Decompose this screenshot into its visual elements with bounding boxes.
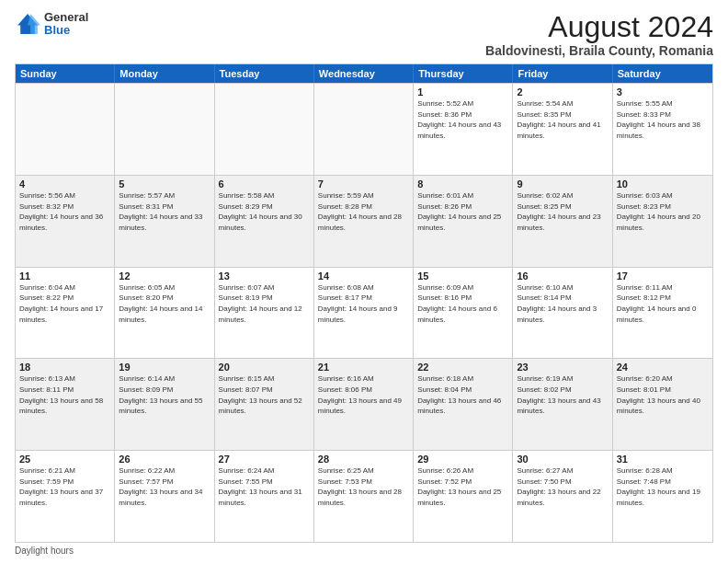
- cell-detail: Sunrise: 5:55 AM Sunset: 8:33 PM Dayligh…: [617, 98, 709, 141]
- cell-detail: Sunrise: 6:07 AM Sunset: 8:19 PM Dayligh…: [219, 282, 310, 325]
- cell-detail: Sunrise: 5:56 AM Sunset: 8:32 PM Dayligh…: [19, 190, 110, 233]
- logo-general-text: General: [44, 11, 88, 24]
- logo-icon: [15, 11, 40, 37]
- day-number: 23: [517, 362, 608, 373]
- cell-detail: Sunrise: 5:54 AM Sunset: 8:35 PM Dayligh…: [517, 98, 608, 141]
- cell-detail: Sunrise: 5:57 AM Sunset: 8:31 PM Dayligh…: [119, 190, 210, 233]
- cal-cell: 10Sunrise: 6:03 AM Sunset: 8:23 PM Dayli…: [613, 176, 712, 267]
- day-number: 31: [617, 454, 709, 465]
- cell-detail: Sunrise: 5:58 AM Sunset: 8:29 PM Dayligh…: [219, 190, 310, 233]
- cal-week: 4Sunrise: 5:56 AM Sunset: 8:32 PM Daylig…: [16, 175, 712, 267]
- day-number: 4: [19, 178, 110, 190]
- day-number: 5: [119, 178, 210, 190]
- day-number: 12: [119, 270, 210, 282]
- cell-detail: Sunrise: 6:08 AM Sunset: 8:17 PM Dayligh…: [318, 282, 409, 325]
- cell-detail: Sunrise: 6:10 AM Sunset: 8:14 PM Dayligh…: [517, 282, 608, 325]
- cal-header-cell: Wednesday: [314, 64, 414, 83]
- cell-detail: Sunrise: 6:05 AM Sunset: 8:20 PM Dayligh…: [119, 282, 210, 325]
- day-number: 14: [318, 270, 409, 282]
- cal-cell: 9Sunrise: 6:02 AM Sunset: 8:25 PM Daylig…: [513, 176, 612, 267]
- cal-cell: 24Sunrise: 6:20 AM Sunset: 8:01 PM Dayli…: [613, 359, 712, 450]
- cal-cell: 1Sunrise: 5:52 AM Sunset: 8:36 PM Daylig…: [414, 84, 513, 175]
- subtitle: Baldovinesti, Braila County, Romania: [485, 43, 713, 58]
- day-number: 7: [318, 178, 409, 190]
- cell-detail: Sunrise: 6:28 AM Sunset: 7:48 PM Dayligh…: [617, 465, 709, 508]
- cal-cell: 7Sunrise: 5:59 AM Sunset: 8:28 PM Daylig…: [314, 176, 414, 267]
- day-number: 26: [119, 454, 210, 465]
- cal-cell: 22Sunrise: 6:18 AM Sunset: 8:04 PM Dayli…: [414, 359, 513, 450]
- cal-header-cell: Monday: [115, 64, 214, 83]
- cell-detail: Sunrise: 6:18 AM Sunset: 8:04 PM Dayligh…: [417, 373, 508, 416]
- cal-cell: 21Sunrise: 6:16 AM Sunset: 8:06 PM Dayli…: [314, 359, 414, 450]
- cell-detail: Sunrise: 6:13 AM Sunset: 8:11 PM Dayligh…: [19, 373, 110, 416]
- day-number: 17: [617, 270, 709, 282]
- day-number: 28: [318, 454, 409, 465]
- cell-detail: Sunrise: 6:15 AM Sunset: 8:07 PM Dayligh…: [219, 373, 310, 416]
- cell-detail: Sunrise: 6:24 AM Sunset: 7:55 PM Dayligh…: [219, 465, 310, 508]
- cal-cell: 16Sunrise: 6:10 AM Sunset: 8:14 PM Dayli…: [513, 268, 612, 359]
- cell-detail: Sunrise: 5:52 AM Sunset: 8:36 PM Dayligh…: [417, 98, 508, 141]
- cal-cell-empty: [115, 84, 214, 175]
- logo-blue-text: Blue: [44, 24, 88, 37]
- cell-detail: Sunrise: 6:21 AM Sunset: 7:59 PM Dayligh…: [19, 465, 110, 508]
- calendar-body: 1Sunrise: 5:52 AM Sunset: 8:36 PM Daylig…: [16, 83, 712, 542]
- footer-note: Daylight hours: [15, 543, 713, 556]
- cal-cell-empty: [314, 84, 414, 175]
- calendar-header: SundayMondayTuesdayWednesdayThursdayFrid…: [16, 64, 712, 83]
- cell-detail: Sunrise: 6:02 AM Sunset: 8:25 PM Dayligh…: [517, 190, 608, 233]
- day-number: 18: [19, 362, 110, 373]
- cal-cell: 31Sunrise: 6:28 AM Sunset: 7:48 PM Dayli…: [613, 451, 712, 542]
- cell-detail: Sunrise: 6:14 AM Sunset: 8:09 PM Dayligh…: [119, 373, 210, 416]
- cal-cell: 19Sunrise: 6:14 AM Sunset: 8:09 PM Dayli…: [115, 359, 214, 450]
- cal-cell-empty: [16, 84, 115, 175]
- day-number: 15: [417, 270, 508, 282]
- title-block: August 2024 Baldovinesti, Braila County,…: [485, 11, 713, 58]
- cal-header-cell: Thursday: [414, 64, 513, 83]
- cell-detail: Sunrise: 6:25 AM Sunset: 7:53 PM Dayligh…: [318, 465, 409, 508]
- cal-cell: 27Sunrise: 6:24 AM Sunset: 7:55 PM Dayli…: [215, 451, 314, 542]
- page: General Blue August 2024 Baldovinesti, B…: [0, 0, 728, 563]
- logo: General Blue: [15, 11, 88, 38]
- day-number: 13: [219, 270, 310, 282]
- cal-cell: 26Sunrise: 6:22 AM Sunset: 7:57 PM Dayli…: [115, 451, 214, 542]
- cell-detail: Sunrise: 6:03 AM Sunset: 8:23 PM Dayligh…: [617, 190, 709, 233]
- logo-text: General Blue: [44, 11, 88, 38]
- day-number: 25: [19, 454, 110, 465]
- cell-detail: Sunrise: 6:01 AM Sunset: 8:26 PM Dayligh…: [417, 190, 508, 233]
- day-number: 27: [219, 454, 310, 465]
- cell-detail: Sunrise: 6:09 AM Sunset: 8:16 PM Dayligh…: [417, 282, 508, 325]
- cal-cell: 3Sunrise: 5:55 AM Sunset: 8:33 PM Daylig…: [613, 84, 712, 175]
- header: General Blue August 2024 Baldovinesti, B…: [15, 11, 713, 58]
- cal-cell: 13Sunrise: 6:07 AM Sunset: 8:19 PM Dayli…: [215, 268, 314, 359]
- cal-cell: 23Sunrise: 6:19 AM Sunset: 8:02 PM Dayli…: [513, 359, 612, 450]
- main-title: August 2024: [485, 11, 713, 43]
- cell-detail: Sunrise: 6:19 AM Sunset: 8:02 PM Dayligh…: [517, 373, 608, 416]
- cal-header-cell: Friday: [513, 64, 612, 83]
- day-number: 24: [617, 362, 709, 373]
- cal-week: 18Sunrise: 6:13 AM Sunset: 8:11 PM Dayli…: [16, 358, 712, 450]
- day-number: 3: [617, 86, 709, 98]
- cal-cell: 30Sunrise: 6:27 AM Sunset: 7:50 PM Dayli…: [513, 451, 612, 542]
- cal-header-cell: Saturday: [613, 64, 712, 83]
- cal-header-cell: Tuesday: [215, 64, 314, 83]
- cal-cell: 12Sunrise: 6:05 AM Sunset: 8:20 PM Dayli…: [115, 268, 214, 359]
- cal-cell: 4Sunrise: 5:56 AM Sunset: 8:32 PM Daylig…: [16, 176, 115, 267]
- calendar: SundayMondayTuesdayWednesdayThursdayFrid…: [15, 63, 713, 543]
- cal-week: 1Sunrise: 5:52 AM Sunset: 8:36 PM Daylig…: [16, 83, 712, 175]
- cal-week: 25Sunrise: 6:21 AM Sunset: 7:59 PM Dayli…: [16, 450, 712, 542]
- day-number: 19: [119, 362, 210, 373]
- day-number: 11: [19, 270, 110, 282]
- cal-cell: 20Sunrise: 6:15 AM Sunset: 8:07 PM Dayli…: [215, 359, 314, 450]
- day-number: 16: [517, 270, 608, 282]
- day-number: 29: [417, 454, 508, 465]
- cell-detail: Sunrise: 6:16 AM Sunset: 8:06 PM Dayligh…: [318, 373, 409, 416]
- day-number: 10: [617, 178, 709, 190]
- cal-cell: 28Sunrise: 6:25 AM Sunset: 7:53 PM Dayli…: [314, 451, 414, 542]
- day-number: 6: [219, 178, 310, 190]
- cal-cell: 6Sunrise: 5:58 AM Sunset: 8:29 PM Daylig…: [215, 176, 314, 267]
- cell-detail: Sunrise: 6:20 AM Sunset: 8:01 PM Dayligh…: [617, 373, 709, 416]
- cell-detail: Sunrise: 6:11 AM Sunset: 8:12 PM Dayligh…: [617, 282, 709, 325]
- cal-cell: 2Sunrise: 5:54 AM Sunset: 8:35 PM Daylig…: [513, 84, 612, 175]
- cal-cell: 5Sunrise: 5:57 AM Sunset: 8:31 PM Daylig…: [115, 176, 214, 267]
- day-number: 30: [517, 454, 608, 465]
